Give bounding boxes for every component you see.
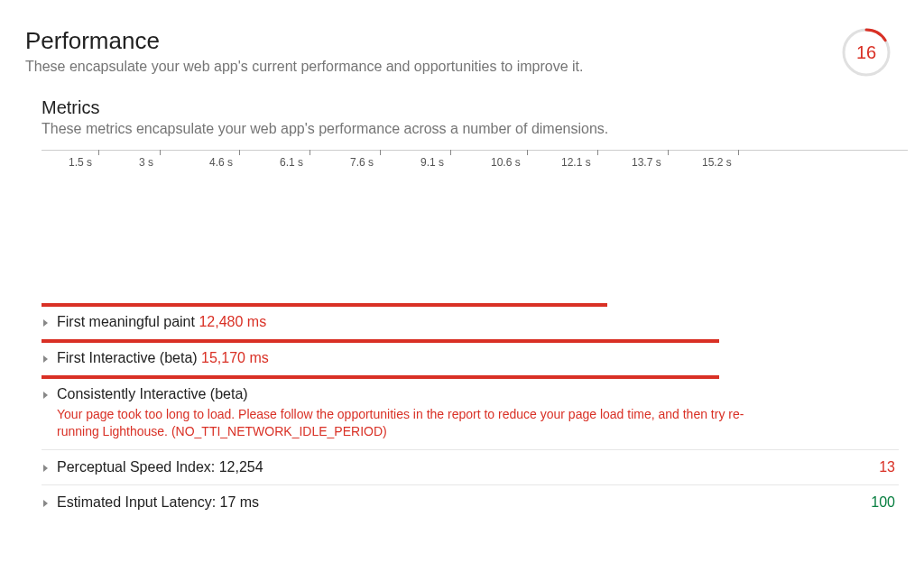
- metric-label: First meaningful paint 12,480 ms: [57, 314, 899, 330]
- metrics-title: Metrics: [42, 97, 899, 118]
- metric-label: Consistently Interactive (beta): [57, 386, 899, 402]
- metric-bar: [42, 339, 719, 343]
- metric-bar: [42, 303, 607, 307]
- metric-value: 12,480 ms: [199, 314, 266, 329]
- timeline-tick: 7.6 s: [350, 151, 374, 163]
- chevron-right-icon: [43, 392, 48, 399]
- metric-message: Your page took too long to load. Please …: [57, 406, 761, 440]
- chevron-right-icon: [43, 319, 48, 327]
- metrics-subtitle: These metrics encapsulate your web app's…: [42, 121, 899, 137]
- metric-item[interactable]: Estimated Input Latency: 17 ms100: [42, 484, 899, 520]
- chevron-right-icon: [43, 500, 48, 507]
- metric-label: Perceptual Speed Index: 12,254: [57, 459, 879, 475]
- timeline-tick: 1.5 s: [69, 151, 92, 163]
- timeline-tick: 3 s: [139, 151, 153, 163]
- timeline: 1.5 s3 s4.6 s6.1 s7.6 s9.1 s10.6 s12.1 s…: [42, 150, 908, 303]
- timeline-tick: 10.6 s: [491, 151, 521, 163]
- metric-item[interactable]: First Interactive (beta) 15,170 ms: [42, 350, 899, 375]
- metric-item[interactable]: First meaningful paint 12,480 ms: [42, 314, 899, 339]
- page-title: Performance: [25, 27, 841, 55]
- metric-side-score: 100: [871, 494, 899, 511]
- timeline-tick: 15.2 s: [702, 151, 732, 163]
- metric-bar: [42, 375, 719, 379]
- timeline-tick: 9.1 s: [420, 151, 444, 163]
- timeline-tick: 13.7 s: [632, 151, 661, 163]
- page-subtitle: These encapsulate your web app's current…: [25, 59, 841, 75]
- timeline-tick: 4.6 s: [209, 151, 233, 163]
- performance-score-value: 16: [841, 27, 892, 78]
- chevron-right-icon: [43, 355, 48, 363]
- chevron-right-icon: [43, 465, 48, 472]
- metric-side-score: 13: [879, 459, 899, 475]
- metric-value: 15,170 ms: [201, 350, 269, 365]
- metric-label: First Interactive (beta) 15,170 ms: [57, 350, 899, 366]
- performance-score-gauge: 16: [841, 27, 892, 78]
- metric-label: Estimated Input Latency: 17 ms: [57, 494, 871, 511]
- timeline-tick: 12.1 s: [561, 151, 591, 163]
- metric-item[interactable]: Perceptual Speed Index: 12,25413: [42, 449, 899, 484]
- timeline-tick: 6.1 s: [280, 151, 303, 163]
- metric-item[interactable]: Consistently Interactive (beta)Your page…: [42, 386, 899, 449]
